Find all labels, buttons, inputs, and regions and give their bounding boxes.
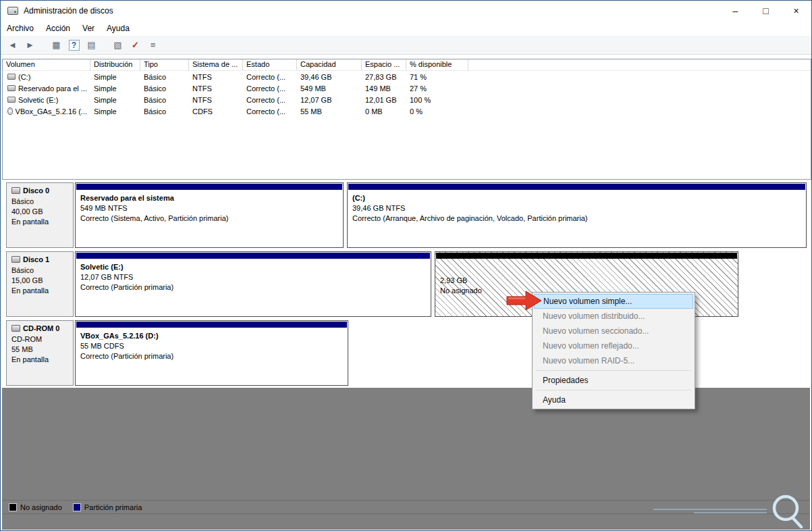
volume-cell: Básico — [140, 84, 189, 93]
volume-list-header: Volumen Distribución Tipo Sistema de ...… — [3, 59, 811, 71]
partition-solvetic[interactable]: Solvetic (E:) 12,07 GB NTFS Correcto (Pa… — [75, 251, 431, 317]
toolbar: ◄ ► ▦ ? ▤ ▧ ✓ ≡ — [1, 36, 811, 55]
volume-cell: 27 % — [406, 84, 468, 93]
volume-row-c[interactable]: (C:) Simple Básico NTFS Correcto (... 39… — [3, 71, 811, 82]
check-disk-icon: ✓ — [132, 40, 139, 50]
volume-cell: 12,01 GB — [362, 96, 406, 104]
menu-separator — [536, 370, 691, 371]
action-pane-icon: ▧ — [113, 40, 121, 50]
menu-item-ver[interactable]: Ver — [76, 22, 101, 34]
column-header-estado[interactable]: Estado — [243, 59, 297, 70]
disk-icon — [11, 187, 20, 194]
close-button[interactable]: × — [781, 1, 811, 21]
disk-header-disco1[interactable]: Disco 1 Básico 15,00 GB En pantalla — [6, 251, 74, 317]
drive-icon — [7, 85, 16, 91]
volume-cell: Básico — [140, 107, 189, 116]
action-pane-button[interactable]: ▧ — [110, 38, 126, 53]
column-header-espacio[interactable]: Espacio ... — [362, 59, 406, 70]
disk-strip-disco0: Disco 0 Básico 40,00 GB En pantalla Rese… — [6, 182, 807, 248]
menu-separator — [536, 390, 691, 390]
volume-cell: 55 MB — [297, 107, 362, 116]
volume-cell: Básico — [140, 96, 189, 104]
disk-status: En pantalla — [11, 217, 68, 227]
window-title: Administración de discos — [24, 6, 113, 16]
disk-status: En pantalla — [11, 355, 68, 365]
menu-item-accion[interactable]: Acción — [40, 22, 76, 34]
app-icon — [7, 7, 18, 15]
volume-name: (C:) — [18, 73, 30, 81]
drive-icon — [7, 97, 16, 103]
partition-color-band — [76, 253, 430, 259]
volume-cell: 71 % — [406, 73, 468, 81]
column-header-disponible[interactable]: % disponible — [406, 59, 468, 70]
volume-row-reservado[interactable]: Reservado para el ... Simple Básico NTFS… — [3, 82, 811, 94]
legend-label: No asignado — [20, 503, 62, 511]
help-icon: ? — [69, 40, 80, 51]
partition-color-band — [76, 322, 347, 328]
minimize-button[interactable]: – — [720, 1, 751, 21]
partition-color-band — [76, 184, 342, 190]
forward-button[interactable]: ► — [22, 38, 38, 53]
drive-icon — [7, 74, 16, 80]
menu-item-ayuda-contextual[interactable]: Ayuda — [534, 393, 693, 407]
volume-row-vbox[interactable]: VBox_GAs_5.2.16 (... Simple Básico CDFS … — [3, 105, 811, 117]
disk-header-disco0[interactable]: Disco 0 Básico 40,00 GB En pantalla — [6, 182, 74, 248]
column-header-sistema[interactable]: Sistema de ... — [189, 59, 243, 70]
export-list-icon: ▤ — [87, 40, 95, 50]
partition-vbox[interactable]: VBox_GAs_5.2.16 (D:) 55 MB CDFS Correcto… — [75, 320, 348, 386]
menu-item-archivo[interactable]: Archivo — [1, 22, 40, 34]
column-header-filler — [468, 59, 811, 70]
column-header-capacidad[interactable]: Capacidad — [297, 59, 362, 70]
column-header-distribucion[interactable]: Distribución — [90, 59, 140, 70]
partition-size: 39,46 GB NTFS — [352, 203, 801, 213]
legend-label: Partición primaria — [84, 503, 142, 511]
volume-cell: Simple — [90, 73, 140, 81]
console-tree-icon: ▦ — [52, 40, 60, 50]
disk-size: 15,00 GB — [11, 276, 68, 286]
disk-size: 55 MB — [11, 345, 68, 355]
partition-size: 549 MB NTFS — [80, 203, 338, 213]
volume-cell: Básico — [140, 73, 189, 81]
partition-title: VBox_GAs_5.2.16 (D:) — [80, 331, 343, 341]
partition-status: Correcto (Partición primaria) — [80, 351, 343, 361]
column-header-tipo[interactable]: Tipo — [140, 59, 189, 70]
context-menu: Nuevo volumen simple... Nuevo volumen di… — [532, 292, 695, 409]
volume-row-solvetic[interactable]: Solvetic (E:) Simple Básico NTFS Correct… — [3, 94, 811, 105]
column-header-volumen[interactable]: Volumen — [3, 59, 90, 70]
details-view-button[interactable]: ≡ — [145, 38, 161, 53]
red-arrow — [506, 290, 543, 311]
partition-status: Correcto (Partición primaria) — [80, 282, 426, 293]
legend-item-particion-primaria: Partición primaria — [73, 503, 142, 511]
volume-list: Volumen Distribución Tipo Sistema de ...… — [2, 59, 811, 180]
volume-cell: NTFS — [189, 73, 243, 81]
volume-cell: NTFS — [189, 84, 243, 93]
volume-cell: Correcto (... — [243, 96, 297, 104]
menu-item-propiedades[interactable]: Propiedades — [534, 373, 693, 388]
disk-header-cdrom0[interactable]: CD-ROM 0 CD-ROM 55 MB En pantalla — [6, 320, 74, 386]
disk-name: Disco 1 — [23, 255, 49, 263]
title-bar: Administración de discos – □ × — [1, 1, 811, 21]
partition-c[interactable]: (C:) 39,46 GB NTFS Correcto (Arranque, A… — [347, 182, 807, 248]
console-tree-button[interactable]: ▦ — [49, 38, 64, 53]
back-icon: ◄ — [8, 40, 17, 50]
export-list-button[interactable]: ▤ — [84, 38, 99, 53]
partition-status: Correcto (Arranque, Archivo de paginació… — [352, 213, 801, 224]
volume-name: Reservado para el ... — [18, 84, 87, 93]
check-disk-button[interactable]: ✓ — [128, 38, 143, 53]
volume-cell: Correcto (... — [243, 107, 297, 116]
solvetic-watermark — [647, 492, 809, 528]
back-button[interactable]: ◄ — [5, 38, 20, 53]
partition-size: 2,93 GB — [440, 276, 733, 286]
help-button[interactable]: ? — [66, 38, 82, 53]
disk-status: En pantalla — [11, 286, 68, 296]
partition-title: Solvetic (E:) — [80, 262, 426, 272]
maximize-button[interactable]: □ — [751, 1, 781, 21]
menu-item-nuevo-volumen-raid5: Nuevo volumen RAID-5... — [534, 353, 693, 368]
menu-item-nuevo-volumen-simple[interactable]: Nuevo volumen simple... — [534, 294, 693, 309]
menu-item-nuevo-volumen-seccionado: Nuevo volumen seccionado... — [534, 324, 693, 338]
legend-swatch-primary — [73, 503, 81, 511]
details-view-icon: ≡ — [151, 40, 156, 50]
partition-reservado-sistema[interactable]: Reservado para el sistema 549 MB NTFS Co… — [75, 182, 344, 248]
menu-item-ayuda[interactable]: Ayuda — [101, 22, 136, 34]
disk-name: Disco 0 — [23, 186, 49, 195]
